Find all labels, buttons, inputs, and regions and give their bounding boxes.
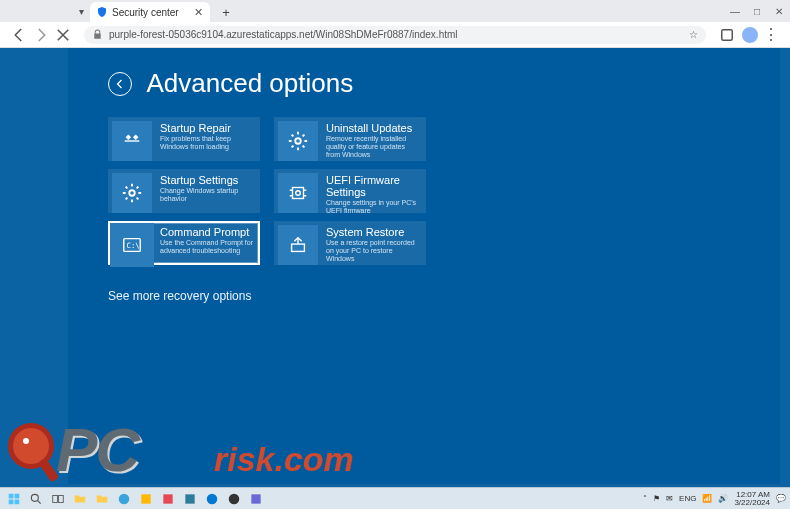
search-icon[interactable] xyxy=(26,489,46,509)
profile-avatar[interactable] xyxy=(742,27,758,43)
notifications-icon[interactable]: 💬 xyxy=(776,494,786,503)
date-text: 3/22/2024 xyxy=(734,499,770,507)
svg-point-19 xyxy=(207,493,218,504)
tile-title: Startup Repair xyxy=(160,122,254,134)
app-icon[interactable] xyxy=(202,489,222,509)
window-controls: — □ ✕ xyxy=(724,0,790,22)
app-icon[interactable] xyxy=(224,489,244,509)
svg-rect-11 xyxy=(15,499,20,504)
tile-title: System Restore xyxy=(326,226,420,238)
bookmark-icon[interactable]: ☆ xyxy=(689,29,698,40)
tray-icon[interactable]: ✉ xyxy=(666,494,673,503)
svg-rect-8 xyxy=(9,493,14,498)
new-tab-button[interactable]: + xyxy=(218,4,234,20)
tile-command-prompt[interactable]: C:\ Command Prompt Use the Command Promp… xyxy=(108,221,260,265)
tile-desc: Remove recently installed quality or fea… xyxy=(326,135,420,159)
restore-icon xyxy=(278,225,318,265)
shield-icon xyxy=(96,6,108,18)
svg-rect-13 xyxy=(53,495,58,502)
close-icon[interactable]: ✕ xyxy=(192,6,204,18)
tile-startup-repair[interactable]: Startup Repair Fix problems that keep Wi… xyxy=(108,117,260,161)
svg-rect-10 xyxy=(9,499,14,504)
clock[interactable]: 12:07 AM 3/22/2024 xyxy=(734,491,770,507)
explorer-icon[interactable] xyxy=(92,489,112,509)
gear-icon xyxy=(278,121,318,161)
maximize-button[interactable]: □ xyxy=(746,0,768,22)
taskbar: ˄ ⚑ ✉ ENG 📶 🔊 12:07 AM 3/22/2024 💬 xyxy=(0,487,790,509)
tab-strip: ▾ Security center ✕ + — □ ✕ xyxy=(0,0,790,22)
forward-button[interactable] xyxy=(32,26,50,44)
tray-chevron-icon[interactable]: ˄ xyxy=(643,494,647,503)
svg-point-1 xyxy=(129,190,135,196)
app-icon[interactable] xyxy=(158,489,178,509)
tray-icon[interactable]: ⚑ xyxy=(653,494,660,503)
svg-rect-16 xyxy=(141,494,150,503)
task-view-icon[interactable] xyxy=(48,489,68,509)
page-back-button[interactable] xyxy=(108,72,132,96)
svg-rect-5 xyxy=(293,188,304,199)
tab-title: Security center xyxy=(112,7,192,18)
tile-title: Uninstall Updates xyxy=(326,122,420,134)
tile-desc: Fix problems that keep Windows from load… xyxy=(160,135,254,151)
more-recovery-link[interactable]: See more recovery options xyxy=(108,289,740,303)
browser-chrome: ▾ Security center ✕ + — □ ✕ purple-fores… xyxy=(0,0,790,48)
svg-text:C:\: C:\ xyxy=(127,241,140,250)
svg-point-12 xyxy=(31,494,38,501)
page-content: Advanced options Startup Repair Fix prob… xyxy=(68,48,780,484)
tile-title: Startup Settings xyxy=(160,174,254,186)
back-button[interactable] xyxy=(10,26,28,44)
tile-startup-settings[interactable]: Startup Settings Change Windows startup … xyxy=(108,169,260,213)
browser-tab[interactable]: Security center ✕ xyxy=(90,2,210,22)
wrench-icon xyxy=(112,121,152,161)
svg-rect-0 xyxy=(722,29,733,40)
tile-uninstall-updates[interactable]: Uninstall Updates Remove recently instal… xyxy=(274,117,426,161)
svg-rect-18 xyxy=(185,494,194,503)
address-bar[interactable]: purple-forest-05036c9104.azurestaticapps… xyxy=(84,26,706,44)
svg-point-6 xyxy=(296,191,301,196)
network-icon[interactable]: 📶 xyxy=(702,494,712,503)
explorer-icon[interactable] xyxy=(70,489,90,509)
terminal-icon: C:\ xyxy=(110,223,154,267)
volume-icon[interactable]: 🔊 xyxy=(718,494,728,503)
svg-rect-17 xyxy=(163,494,172,503)
browser-toolbar: purple-forest-05036c9104.azurestaticapps… xyxy=(0,22,790,48)
svg-rect-9 xyxy=(15,493,20,498)
svg-point-20 xyxy=(229,493,240,504)
url-text: purple-forest-05036c9104.azurestaticapps… xyxy=(109,29,685,40)
page-title: Advanced options xyxy=(146,68,353,99)
minimize-button[interactable]: — xyxy=(724,0,746,22)
tile-desc: Change Windows startup behavior xyxy=(160,187,254,203)
tile-uefi-firmware[interactable]: UEFI Firmware Settings Change settings i… xyxy=(274,169,426,213)
stop-button[interactable] xyxy=(54,26,72,44)
close-window-button[interactable]: ✕ xyxy=(768,0,790,22)
extensions-icon[interactable] xyxy=(718,26,736,44)
start-button[interactable] xyxy=(4,489,24,509)
gear-icon xyxy=(112,173,152,213)
svg-rect-21 xyxy=(251,494,260,503)
tile-title: UEFI Firmware Settings xyxy=(326,174,420,198)
svg-point-4 xyxy=(295,138,301,144)
tile-title: Command Prompt xyxy=(160,226,254,238)
app-icon[interactable] xyxy=(246,489,266,509)
watermark-risk: risk.com xyxy=(214,440,354,479)
tab-search-dropdown[interactable]: ▾ xyxy=(74,4,89,19)
tile-desc: Use the Command Prompt for advanced trou… xyxy=(160,239,254,255)
language-indicator[interactable]: ENG xyxy=(679,494,696,503)
tile-system-restore[interactable]: System Restore Use a restore point recor… xyxy=(274,221,426,265)
svg-rect-14 xyxy=(59,495,64,502)
app-icon[interactable] xyxy=(136,489,156,509)
menu-icon[interactable]: ⋮ xyxy=(762,26,780,44)
app-icon[interactable] xyxy=(180,489,200,509)
edge-icon[interactable] xyxy=(114,489,134,509)
chip-icon xyxy=(278,173,318,213)
svg-rect-7 xyxy=(292,244,305,251)
site-info-icon[interactable] xyxy=(92,29,103,40)
tile-desc: Use a restore point recorded on your PC … xyxy=(326,239,420,263)
tile-desc: Change settings in your PC's UEFI firmwa… xyxy=(326,199,420,215)
svg-point-15 xyxy=(119,493,130,504)
